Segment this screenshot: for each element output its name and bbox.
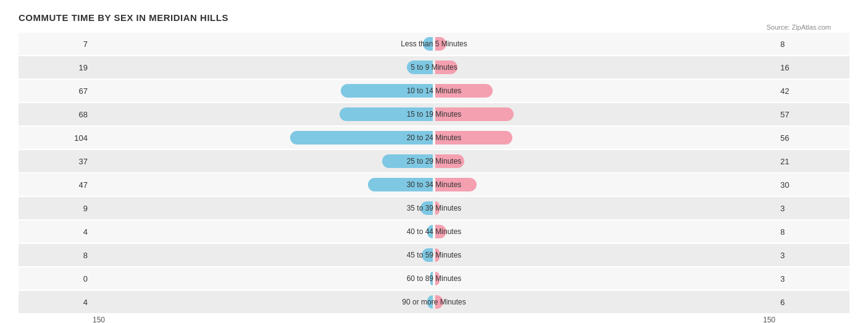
- bar-pair-container: 15 to 19 Minutes: [93, 103, 775, 125]
- female-value: 3: [775, 204, 849, 213]
- male-bar: [423, 37, 433, 51]
- bar-pair: 60 to 89 Minutes: [93, 271, 775, 287]
- female-value: 16: [775, 63, 849, 72]
- female-value: 3: [775, 251, 849, 260]
- bar-pair-container: 5 to 9 Minutes: [93, 56, 775, 78]
- bar-pair: 15 to 19 Minutes: [93, 106, 775, 122]
- male-bar: [427, 225, 433, 238]
- male-bar: [382, 154, 433, 168]
- male-value: 104: [19, 133, 93, 143]
- male-bar: [430, 272, 433, 285]
- male-value: 9: [19, 204, 93, 213]
- female-value: 30: [775, 180, 849, 190]
- chart-row: 060 to 89 Minutes3: [19, 267, 849, 290]
- chart-row: 195 to 9 Minutes16: [19, 56, 849, 78]
- female-bar: [435, 225, 446, 238]
- female-bar-wrap: [434, 294, 775, 310]
- bar-pair: 30 to 34 Minutes: [93, 177, 775, 193]
- female-bar-wrap: [434, 271, 775, 287]
- female-value: 42: [775, 86, 849, 96]
- female-bar-wrap: [434, 130, 775, 146]
- male-value: 0: [19, 274, 93, 283]
- male-value: 4: [19, 227, 93, 237]
- bar-pair-container: 35 to 39 Minutes: [93, 197, 775, 219]
- male-value: 68: [19, 110, 93, 119]
- bar-pair-container: 30 to 34 Minutes: [93, 174, 775, 196]
- male-bar-wrap: [93, 271, 434, 287]
- bar-pair-container: 25 to 29 Minutes: [93, 150, 775, 172]
- female-bar-wrap: [434, 36, 775, 52]
- chart-area: 7Less than 5 Minutes8195 to 9 Minutes166…: [19, 33, 849, 313]
- bar-pair-container: Less than 5 Minutes: [93, 33, 775, 55]
- bar-pair-container: 20 to 24 Minutes: [93, 127, 775, 149]
- male-value: 37: [19, 157, 93, 166]
- chart-row: 6710 to 14 Minutes42: [19, 80, 849, 102]
- male-bar: [341, 84, 433, 98]
- bar-pair-container: 90 or more Minutes: [93, 291, 775, 313]
- chart-row: 10420 to 24 Minutes56: [19, 127, 849, 149]
- chart-title: COMMUTE TIME BY SEX IN MERIDIAN HILLS: [19, 12, 849, 23]
- bar-pair: 25 to 29 Minutes: [93, 153, 775, 169]
- male-bar: [427, 295, 433, 309]
- source-label: Source: ZipAtlas.com: [766, 23, 831, 31]
- female-bar: [435, 61, 457, 74]
- female-bar-wrap: [434, 83, 775, 99]
- male-bar-wrap: [93, 83, 434, 99]
- female-bar: [435, 201, 440, 215]
- chart-row: 845 to 59 Minutes3: [19, 244, 849, 266]
- male-value: 8: [19, 251, 93, 260]
- male-value: 7: [19, 40, 93, 49]
- female-bar: [435, 107, 514, 121]
- female-bar-wrap: [434, 177, 775, 193]
- chart-row: 4730 to 34 Minutes30: [19, 174, 849, 196]
- bar-pair-container: 45 to 59 Minutes: [93, 244, 775, 266]
- female-bar-wrap: [434, 200, 775, 216]
- bar-pair: 20 to 24 Minutes: [93, 130, 775, 146]
- bar-pair: 45 to 59 Minutes: [93, 247, 775, 263]
- bar-pair: 10 to 14 Minutes: [93, 83, 775, 99]
- chart-row: 7Less than 5 Minutes8: [19, 33, 849, 55]
- bar-pair: 5 to 9 Minutes: [93, 59, 775, 75]
- male-bar-wrap: [93, 153, 434, 169]
- male-bar-wrap: [93, 224, 434, 240]
- bar-pair: 90 or more Minutes: [93, 294, 775, 310]
- female-value: 8: [775, 227, 849, 237]
- axis-right-label: 150: [763, 316, 775, 323]
- bar-pair: 40 to 44 Minutes: [93, 224, 775, 240]
- male-value: 67: [19, 86, 93, 96]
- bar-pair: 35 to 39 Minutes: [93, 200, 775, 216]
- female-value: 6: [775, 298, 849, 307]
- male-bar-wrap: [93, 106, 434, 122]
- female-bar-wrap: [434, 247, 775, 263]
- female-bar: [435, 84, 493, 98]
- female-value: 8: [775, 40, 849, 49]
- female-value: 56: [775, 133, 849, 143]
- female-bar: [435, 295, 443, 309]
- female-value: 57: [775, 110, 849, 119]
- male-value: 4: [19, 298, 93, 307]
- female-bar: [435, 131, 512, 145]
- male-bar-wrap: [93, 177, 434, 193]
- male-bar-wrap: [93, 200, 434, 216]
- female-bar-wrap: [434, 59, 775, 75]
- chart-row: 440 to 44 Minutes8: [19, 220, 849, 243]
- axis-left-label: 150: [93, 316, 105, 323]
- male-bar: [422, 248, 433, 262]
- male-bar: [340, 107, 433, 121]
- chart-row: 935 to 39 Minutes3: [19, 197, 849, 219]
- female-bar: [435, 37, 446, 51]
- male-value: 19: [19, 63, 93, 72]
- male-bar-wrap: [93, 36, 434, 52]
- chart-row: 6815 to 19 Minutes57: [19, 103, 849, 125]
- chart-row: 3725 to 29 Minutes21: [19, 150, 849, 172]
- male-bar-wrap: [93, 294, 434, 310]
- female-bar: [435, 272, 440, 285]
- male-bar-wrap: [93, 130, 434, 146]
- female-bar: [435, 248, 440, 262]
- male-bar-wrap: [93, 59, 434, 75]
- female-bar: [435, 178, 477, 191]
- female-value: 3: [775, 274, 849, 283]
- female-bar-wrap: [434, 224, 775, 240]
- male-value: 47: [19, 180, 93, 190]
- male-bar: [420, 201, 433, 215]
